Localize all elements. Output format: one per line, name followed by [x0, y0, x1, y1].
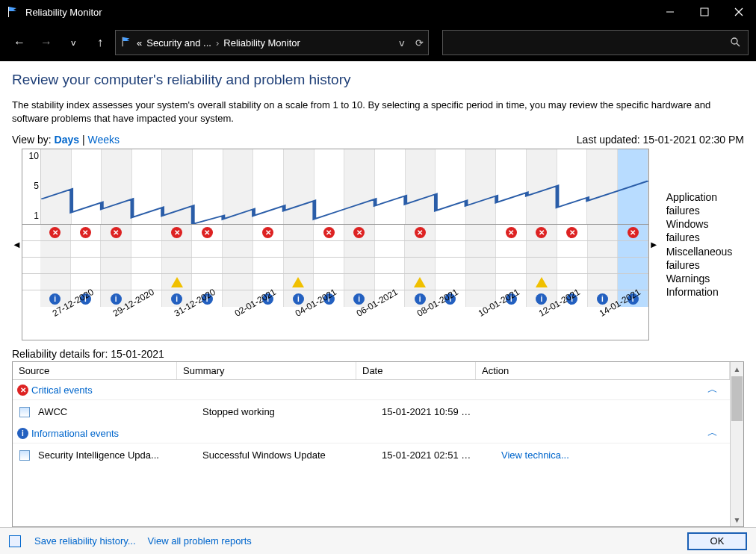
- event-cell[interactable]: ✕: [101, 225, 131, 240]
- event-cell[interactable]: ✕: [40, 225, 71, 240]
- event-cell[interactable]: [436, 258, 466, 273]
- event-cell[interactable]: [131, 258, 162, 273]
- event-cell[interactable]: [284, 241, 315, 257]
- event-cell[interactable]: [527, 258, 557, 273]
- event-cell[interactable]: [344, 258, 375, 273]
- event-cell[interactable]: ✕: [618, 225, 648, 240]
- event-cell[interactable]: [162, 241, 193, 257]
- details-group-header[interactable]: iInformational events︿: [13, 423, 730, 443]
- col-action[interactable]: Action: [476, 362, 730, 379]
- event-cell[interactable]: [284, 225, 315, 240]
- event-cell[interactable]: [496, 241, 527, 257]
- event-cell[interactable]: [344, 274, 375, 290]
- col-date[interactable]: Date: [356, 362, 476, 379]
- col-source[interactable]: Source: [13, 362, 177, 379]
- event-cell[interactable]: [131, 241, 162, 257]
- event-cell[interactable]: [162, 274, 193, 290]
- event-cell[interactable]: ✕: [314, 225, 344, 240]
- event-cell[interactable]: [131, 225, 162, 240]
- event-cell[interactable]: ✕: [405, 225, 436, 240]
- scroll-thumb[interactable]: [731, 376, 743, 421]
- details-row[interactable]: Security Intelligence Upda...Successful …: [13, 443, 730, 467]
- event-cell[interactable]: [40, 258, 71, 273]
- details-group-header[interactable]: ✕Critical events︿: [13, 380, 730, 400]
- breadcrumb-part-2[interactable]: Reliability Monitor: [223, 37, 300, 49]
- col-summary[interactable]: Summary: [177, 362, 356, 379]
- event-cell[interactable]: [557, 241, 588, 257]
- recent-locations-button[interactable]: ⅴ: [61, 31, 85, 55]
- breadcrumb-dropdown-icon[interactable]: ⅴ: [399, 37, 405, 49]
- event-cell[interactable]: [192, 241, 223, 257]
- event-cell[interactable]: [101, 274, 131, 290]
- event-cell[interactable]: [223, 241, 253, 257]
- event-cell[interactable]: [436, 225, 466, 240]
- refresh-icon[interactable]: ⟳: [415, 37, 424, 49]
- event-cell[interactable]: [344, 241, 375, 257]
- event-cell[interactable]: [162, 258, 193, 273]
- event-cell[interactable]: [588, 258, 619, 273]
- breadcrumb-part-1[interactable]: Security and ...: [146, 37, 211, 49]
- save-history-link[interactable]: Save reliability history...: [34, 535, 136, 547]
- event-cell[interactable]: [527, 274, 557, 290]
- scroll-down-icon[interactable]: ▼: [731, 513, 743, 526]
- event-cell[interactable]: [527, 241, 557, 257]
- close-button[interactable]: [722, 0, 756, 24]
- event-cell[interactable]: ✕: [496, 225, 527, 240]
- details-scrollbar[interactable]: ▲ ▼: [730, 362, 743, 526]
- event-cell[interactable]: [588, 274, 619, 290]
- event-cell[interactable]: [588, 225, 619, 240]
- event-cell[interactable]: [496, 258, 527, 273]
- event-cell[interactable]: [588, 241, 619, 257]
- row-action-link[interactable]: View technica...: [495, 446, 725, 464]
- view-by-days[interactable]: Days: [55, 134, 79, 146]
- event-cell[interactable]: [466, 241, 497, 257]
- up-button[interactable]: ↑: [88, 31, 112, 55]
- event-cell[interactable]: [436, 241, 466, 257]
- event-cell[interactable]: [101, 258, 131, 273]
- event-cell[interactable]: [557, 258, 588, 273]
- event-cell[interactable]: [405, 258, 436, 273]
- event-cell[interactable]: [101, 241, 131, 257]
- event-cell[interactable]: [40, 241, 71, 257]
- event-cell[interactable]: [405, 241, 436, 257]
- chart-scroll-left[interactable]: ◄: [12, 239, 22, 250]
- details-row[interactable]: AWCCStopped working15-01-2021 10:59 …: [13, 400, 730, 423]
- event-cell[interactable]: [466, 225, 497, 240]
- event-cell[interactable]: [405, 274, 436, 290]
- event-cell[interactable]: [375, 258, 406, 273]
- scroll-up-icon[interactable]: ▲: [731, 362, 743, 376]
- breadcrumb[interactable]: « Security and ... › Reliability Monitor…: [115, 30, 429, 55]
- maximize-button[interactable]: [687, 0, 722, 24]
- event-cell[interactable]: [466, 258, 497, 273]
- search-input[interactable]: [442, 30, 749, 55]
- chevron-up-icon[interactable]: ︿: [707, 426, 718, 440]
- view-all-reports-link[interactable]: View all problem reports: [148, 535, 252, 547]
- event-cell[interactable]: [192, 258, 223, 273]
- event-cell[interactable]: ✕: [557, 225, 588, 240]
- event-cell[interactable]: ✕: [71, 225, 102, 240]
- event-cell[interactable]: ✕: [162, 225, 193, 240]
- event-cell[interactable]: [375, 241, 406, 257]
- minimize-button[interactable]: [653, 0, 687, 24]
- event-cell[interactable]: [466, 274, 497, 290]
- event-cell[interactable]: [71, 258, 102, 273]
- event-cell[interactable]: [314, 258, 344, 273]
- event-cell[interactable]: [618, 241, 648, 257]
- view-by-weeks[interactable]: Weeks: [87, 134, 120, 146]
- chevron-up-icon[interactable]: ︿: [707, 383, 718, 396]
- event-cell[interactable]: [40, 274, 71, 290]
- event-cell[interactable]: [71, 241, 102, 257]
- event-cell[interactable]: [284, 258, 315, 273]
- event-cell[interactable]: [223, 258, 253, 273]
- forward-button[interactable]: →: [34, 31, 58, 55]
- event-cell[interactable]: [223, 274, 253, 290]
- event-cell[interactable]: [284, 274, 315, 290]
- event-cell[interactable]: [223, 225, 253, 240]
- event-cell[interactable]: [253, 258, 284, 273]
- event-cell[interactable]: [314, 241, 344, 257]
- event-cell[interactable]: [618, 258, 648, 273]
- event-cell[interactable]: ✕: [253, 225, 284, 240]
- event-cell[interactable]: ✕: [344, 225, 375, 240]
- event-cell[interactable]: [375, 225, 406, 240]
- event-cell[interactable]: ✕: [527, 225, 557, 240]
